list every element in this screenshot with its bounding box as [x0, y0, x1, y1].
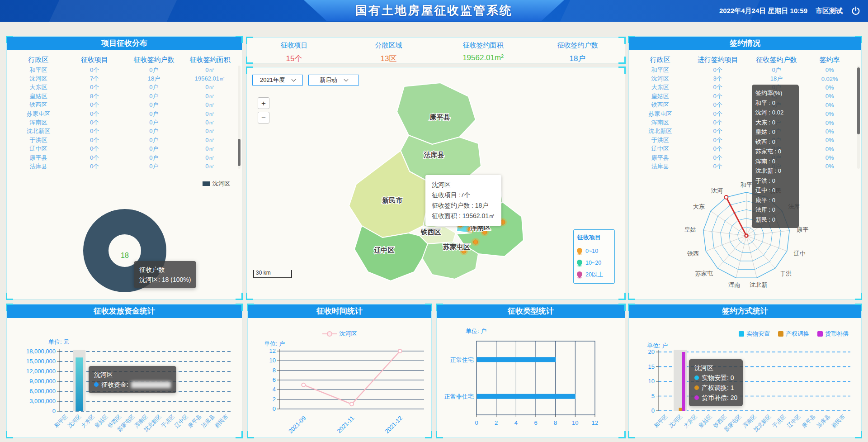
line-legend[interactable]: 沈河区	[248, 330, 431, 338]
svg-text:和平区: 和平区	[53, 413, 69, 429]
svg-text:4: 4	[514, 419, 518, 426]
scrollbar[interactable]	[238, 66, 241, 169]
svg-text:沈河区: 沈河区	[66, 413, 82, 429]
panel-type-statistics: 征收类型统计 单位: 户 024681012正常住宅正常非住宅	[436, 304, 625, 438]
tooltip-title: 沈河区	[432, 180, 495, 190]
user-menu[interactable]: 市区测试	[816, 7, 843, 15]
svg-text:苏家屯: 苏家屯	[695, 270, 713, 277]
panel-signing-status: 签约情况 行政区进行签约项目征收签约户数签约率 和平区0个0户0%沈河区3个18…	[628, 36, 862, 299]
svg-text:2021-11: 2021-11	[335, 415, 355, 435]
table-row[interactable]: 和平区0个0户0㎡	[10, 66, 235, 74]
scrollbar-thumb[interactable]	[857, 67, 860, 134]
unit-label: 单位: 户	[264, 340, 285, 348]
map-zoom-out-button[interactable]: −	[258, 112, 269, 124]
series-dot	[694, 385, 699, 390]
table-row[interactable]: 浑南区0个0户0%	[632, 118, 854, 127]
tooltip-item: 铁西 : 0	[755, 137, 795, 147]
table-row[interactable]: 沈北新区0个0户0㎡	[10, 127, 235, 136]
table-row[interactable]: 铁西区0个0户0㎡	[10, 101, 235, 109]
table-row[interactable]: 于洪区0个0户0%	[632, 136, 854, 144]
unit-label: 单位: 户	[466, 327, 486, 335]
pin-icon	[576, 247, 583, 255]
scrollbar[interactable]	[857, 66, 860, 169]
legend-item[interactable]: 货币补偿	[817, 330, 849, 338]
panel-title: 签约情况	[629, 37, 861, 50]
tooltip-item: 于洪 : 0	[755, 176, 795, 186]
map-legend-item[interactable]: 10~20	[576, 257, 612, 269]
svg-text:沈河: 沈河	[711, 187, 723, 194]
table-row[interactable]: 铁西区0个0户0%	[632, 101, 854, 109]
year-select[interactable]: 2021年度	[252, 75, 303, 86]
tooltip-item: 沈河 : 0.02	[755, 108, 795, 118]
table-row[interactable]: 辽中区0个0户0%	[632, 145, 854, 153]
tooltip-item: 和平 : 0	[755, 98, 795, 108]
table-row[interactable]: 沈河区7个18户19562.01㎡	[10, 74, 235, 83]
series-dot	[694, 395, 699, 400]
tooltip-item: 实物安置: 0	[694, 373, 737, 383]
app-title-banner: 国有土地房屋征收监管系统	[289, 0, 579, 21]
power-icon[interactable]	[851, 6, 861, 16]
tooltip-title: 签约率(%)	[755, 88, 795, 98]
svg-text:9,000,000: 9,000,000	[29, 378, 56, 385]
svg-text:8: 8	[273, 367, 276, 374]
svg-text:15,000,000: 15,000,000	[26, 358, 56, 365]
table-row[interactable]: 沈河区3个18户0.02%	[632, 74, 854, 83]
map-legend: 征收项目 0~1010~2020以上	[573, 229, 615, 284]
sign-rate-radar-chart[interactable]: 和平新民法库康平辽中于洪沈北新浑南苏家屯铁西皇姑大东沈河	[665, 180, 828, 297]
table-row[interactable]: 法库县0个0户0%	[632, 162, 854, 169]
svg-text:5: 5	[651, 393, 655, 399]
table-row[interactable]: 康平县0个0户0%	[632, 153, 854, 162]
table-row[interactable]: 苏家屯区0个0户0㎡	[10, 109, 235, 118]
column-header: 行政区	[632, 56, 688, 65]
map-legend-item[interactable]: 0~10	[576, 245, 612, 257]
svg-text:8: 8	[554, 419, 557, 426]
table-header: 行政区征收项目征收签约户数征收签约面积	[10, 56, 235, 65]
legend-swatch	[739, 331, 744, 337]
map-legend-item[interactable]: 20以上	[576, 269, 612, 280]
table-row[interactable]: 大东区0个0户0%	[632, 83, 854, 92]
legend-item[interactable]: 实物安置	[739, 330, 770, 338]
table-row[interactable]: 苏家屯区0个0户0%	[632, 109, 854, 118]
panel-sign-method-statistics: 签约方式统计 实物安置产权调换货币补偿 单位: 户 05101520和平区沈河区…	[628, 304, 862, 438]
panel-title: 征收发放资金统计	[7, 304, 242, 318]
donut-legend[interactable]: 沈河区	[203, 180, 230, 188]
table-row[interactable]: 皇姑区0个0户0%	[632, 92, 854, 100]
table-row[interactable]: 皇姑区8个0户0㎡	[10, 92, 235, 100]
map-tooltip: 沈河区 征收项目 :7个 征收签约户数 : 18户 征收面积 : 19562.0…	[425, 175, 501, 226]
svg-text:0: 0	[273, 405, 276, 412]
sign-bar-chart[interactable]: 05101520和平区沈河区大东区皇姑区铁西区苏家屯区浑南区沈北新区于洪区辽中区…	[629, 304, 862, 438]
svg-text:10: 10	[572, 419, 578, 426]
table-row[interactable]: 和平区0个0户0%	[632, 66, 854, 74]
table-row[interactable]: 沈北新区0个0户0%	[632, 127, 854, 136]
svg-text:于洪区: 于洪区	[160, 413, 176, 429]
table-row[interactable]: 辽中区0个0户0㎡	[10, 145, 235, 153]
scrollbar-thumb[interactable]	[238, 139, 241, 166]
type-hbar-chart[interactable]: 024681012正常住宅正常非住宅	[437, 304, 626, 438]
column-header: 征收项目	[66, 56, 123, 65]
tooltip-title: 征收户数	[139, 265, 191, 275]
unit-label: 单位: 户	[647, 342, 668, 350]
tooltip-item: 苏家屯 : 0	[755, 147, 795, 157]
table-row[interactable]: 于洪区0个0户0㎡	[10, 136, 235, 144]
table-row[interactable]: 浑南区0个0户0㎡	[10, 118, 235, 127]
table-row[interactable]: 康平县0个0户0㎡	[10, 153, 235, 162]
svg-text:0: 0	[475, 419, 478, 426]
status-select[interactable]: 新启动	[308, 75, 359, 86]
tooltip-item: 沈北新 : 0	[755, 166, 795, 176]
stat-regions: 分散区域 13区	[341, 38, 436, 63]
header-decoration	[49, 0, 177, 22]
map-zoom-in-button[interactable]: +	[258, 97, 269, 109]
tooltip-item: 浑南 : 0	[755, 157, 795, 166]
legend-item[interactable]: 产权调换	[778, 330, 809, 338]
panel-time-statistics: 征收时间统计 沈河区 单位: 户 0246810122021-092021-11…	[247, 304, 432, 438]
svg-text:6: 6	[534, 419, 537, 426]
panel-project-distribution: 项目征收分布 行政区征收项目征收签约户数征收签约面积 和平区0个0户0㎡沈河区7…	[6, 36, 242, 299]
legend-swatch	[778, 331, 783, 337]
table-row[interactable]: 法库县0个0户0㎡	[10, 162, 235, 169]
svg-text:和平: 和平	[740, 181, 752, 188]
district-label: 康平县	[429, 113, 450, 121]
table-row[interactable]: 大东区0个0户0㎡	[10, 83, 235, 92]
stat-projects: 征收项目 15个	[247, 38, 341, 63]
time-line-chart[interactable]: 0246810122021-092021-112021-12	[248, 304, 432, 438]
sign-legend: 实物安置产权调换货币补偿	[739, 330, 849, 338]
